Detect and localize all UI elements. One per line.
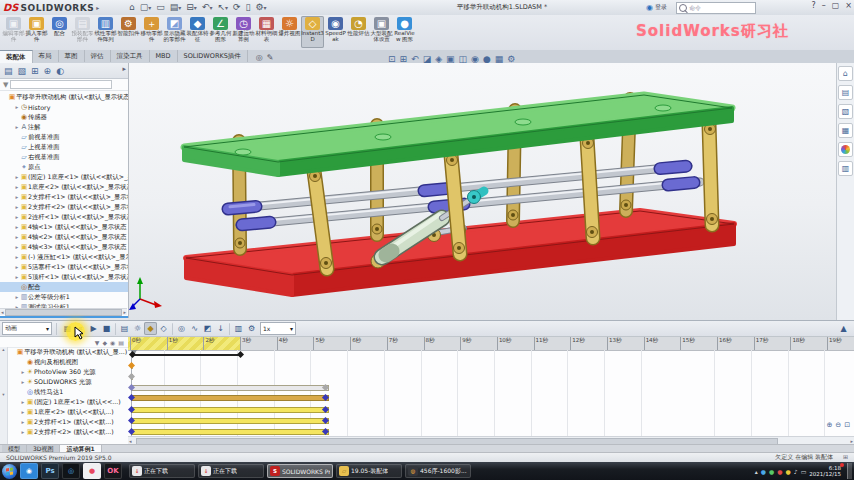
feature-tree-item[interactable]: ▸ ◉ 传感器 xyxy=(0,112,128,122)
timeline-zoom-icon[interactable]: ⊡ xyxy=(844,421,850,429)
help-button[interactable]: ? xyxy=(811,1,815,10)
pinned-app-button[interactable]: ◎ xyxy=(62,463,80,479)
command-search-box[interactable]: 命令 xyxy=(676,2,756,14)
heads-up-button[interactable]: ◉ xyxy=(471,54,479,64)
change-bar[interactable] xyxy=(131,395,329,401)
quick-toolbar-button[interactable]: ▭ xyxy=(155,1,166,13)
quick-toolbar-button[interactable]: ↖▾ xyxy=(216,1,229,13)
ribbon-button[interactable]: ▣ 插入零部件 xyxy=(25,16,48,48)
timeline-row[interactable] xyxy=(128,384,854,392)
ribbon-button[interactable]: ▥ 线性零部件阵列 xyxy=(94,16,117,48)
duration-key-point[interactable] xyxy=(237,351,244,358)
assembly-model[interactable] xyxy=(128,63,836,320)
ribbon-button[interactable]: ▣ 编辑零部件 xyxy=(2,16,25,48)
ribbon-button[interactable]: ◆ 装配体特征 xyxy=(186,16,209,48)
study-tab[interactable]: 模型 xyxy=(2,445,27,452)
quick-toolbar-button[interactable]: ▯ xyxy=(245,1,252,13)
feature-tree-item[interactable]: ▸ ▣ (固定) 1底座<1> (默认<<默认>_显示状态 1>) xyxy=(0,172,128,182)
ribbon-button[interactable]: ◎ 配合 xyxy=(48,16,71,48)
ribbon-button[interactable]: ☼ 爆炸视图 xyxy=(278,16,301,48)
close-button[interactable]: × xyxy=(845,1,852,10)
pinned-app-button[interactable]: OK xyxy=(104,463,122,479)
panel-tab-icon[interactable]: ⊕ xyxy=(44,66,52,76)
motion-tree-scrollbar[interactable]: ▴▾ xyxy=(0,347,8,444)
ribbon-button[interactable]: ▣ 大型装配体设置 xyxy=(370,16,393,48)
ribbon-tab[interactable]: SOLIDWORKS插件 xyxy=(178,50,248,62)
filter-input[interactable] xyxy=(10,80,112,89)
heads-up-button[interactable]: ⊡ xyxy=(388,54,396,64)
ribbon-tab[interactable]: 草图 xyxy=(59,50,85,62)
motion-toolbar-button[interactable]: ◇ xyxy=(157,322,170,335)
tray-icon[interactable]: ● xyxy=(769,468,774,475)
feature-tree-item[interactable]: ▸ ▣ 1底座<2> (默认<<默认>_显示状态 1>) xyxy=(0,182,128,192)
panel-tab-icon[interactable]: ▤ xyxy=(4,66,13,76)
feature-tree-item[interactable]: ▸ ◷ History xyxy=(0,102,128,112)
feature-tree-item[interactable]: ▸ ⌖ 原点 xyxy=(0,162,128,172)
ribbon-button[interactable]: ▦ 材料明细表 xyxy=(255,16,278,48)
taskbar-task-button[interactable]: S SOLIDWORKS Pr... xyxy=(267,464,333,478)
tray-icon[interactable]: ● xyxy=(777,468,782,475)
motion-tree-item[interactable]: ▸ ▣ 1底座<2> (默认<<默认...) xyxy=(8,407,128,417)
ribbon-button[interactable]: ▤ 预装配零部件 xyxy=(71,16,94,48)
tray-icon[interactable]: ♪ xyxy=(794,468,798,475)
heads-up-button[interactable]: ↶ xyxy=(411,54,419,64)
timeline-row[interactable] xyxy=(128,362,854,370)
ribbon-button[interactable]: ● RealView 图形 xyxy=(393,16,416,48)
timeline-ruler[interactable]: 0秒1秒2秒3秒4秒5秒6秒7秒8秒9秒10秒11秒12秒13秒14秒15秒16… xyxy=(128,337,854,351)
task-pane-button[interactable]: ▦ xyxy=(838,123,853,138)
panel-splitter[interactable] xyxy=(0,316,128,318)
timeline-zoom-icon[interactable]: ⊕ xyxy=(826,421,832,429)
start-button[interactable] xyxy=(2,464,17,479)
heads-up-button[interactable]: ◈ xyxy=(435,54,442,64)
feature-tree-item[interactable]: ▸ ▱ 前视基准面 xyxy=(0,132,128,142)
motion-toolbar-button[interactable]: ◩ xyxy=(201,322,214,335)
feature-tree-item[interactable]: ▸ ▣ 4轴<2> (默认<<默认>_显示状态 1>) xyxy=(0,232,128,242)
heads-up-button[interactable]: ⊞ xyxy=(400,54,408,64)
timeline-row[interactable] xyxy=(128,406,854,414)
feature-tree-item[interactable]: ▸ ▣ 平移举升联动机构 (默认<默认_显示状态-1>) xyxy=(0,92,128,102)
task-pane-button[interactable]: ▤ xyxy=(838,85,853,100)
feature-tree-item[interactable]: ▸ ▣ 2连杆<1> (默认<<默认>_显示状态 1>) xyxy=(0,212,128,222)
panel-tab-icon[interactable]: ⊞ xyxy=(31,66,39,76)
taskbar-clock[interactable]: 6:18 2021/12/15 xyxy=(809,465,844,478)
filter-icon[interactable]: ▼ xyxy=(3,81,8,89)
playback-speed-dropdown[interactable]: 1x▾ xyxy=(260,322,296,335)
heads-up-button[interactable]: ▦ xyxy=(495,54,504,64)
feature-tree-item[interactable]: ▸ ▱ 上视基准面 xyxy=(0,142,128,152)
feature-tree-item[interactable]: ▸ A 注解 xyxy=(0,122,128,132)
change-bar[interactable] xyxy=(131,418,329,424)
quick-toolbar-button[interactable]: ⚙▾ xyxy=(254,1,267,13)
login-button[interactable]: ◉登录 xyxy=(646,2,670,13)
motion-tree-item[interactable]: ▸ ▣ 2支撑杆<1> (默认<<默...) xyxy=(8,417,128,427)
minimize-button[interactable]: – xyxy=(822,1,826,10)
study-type-dropdown[interactable]: 动画▾ xyxy=(2,322,52,335)
feature-tree-item[interactable]: ▸ ▣ 5顶杆<1> (默认<<默认>_显示状态 1>) xyxy=(0,272,128,282)
motion-tree-item[interactable]: ▸ ◉ 视向及相机视图 xyxy=(8,357,128,367)
ribbon-tab[interactable]: 布局 xyxy=(33,50,59,62)
motion-toolbar-button[interactable] xyxy=(172,323,173,335)
heads-up-button[interactable]: ◪ xyxy=(423,54,432,64)
task-pane-button[interactable]: ▥ xyxy=(838,161,853,176)
motion-toolbar-button[interactable]: ⚙ xyxy=(245,322,258,335)
ribbon-button[interactable]: ◷ 新建运动算例 xyxy=(232,16,255,48)
graphics-viewport[interactable] xyxy=(128,63,836,320)
motion-toolbar-button[interactable]: ◆ xyxy=(144,322,157,335)
feature-tree-item[interactable]: ▸ ▣ 5活塞杆<1> (默认<<默认>_显示状态 1>) xyxy=(0,262,128,272)
timeline-row[interactable] xyxy=(128,394,854,402)
motion-filter-icon[interactable]: ▼ xyxy=(95,339,100,346)
taskbar-task-button[interactable]: ◍ 456序-1600影... xyxy=(405,464,471,478)
motion-toolbar-button[interactable]: ◎ xyxy=(175,322,188,335)
panel-tab-icon[interactable]: ◐ xyxy=(56,66,64,76)
animation-duration-bar[interactable] xyxy=(131,354,239,356)
tray-icon[interactable]: ● xyxy=(786,468,791,475)
motion-filter-icon[interactable]: ▤ xyxy=(118,339,124,346)
pinned-app-button[interactable]: Ps xyxy=(41,463,59,479)
motion-toolbar-button[interactable]: ↓ xyxy=(214,322,227,335)
motion-toolbar-button[interactable] xyxy=(115,323,116,335)
timeline-row[interactable] xyxy=(128,417,854,425)
feature-tree-item[interactable]: ▸ ◎ 配合 xyxy=(0,282,128,292)
heads-up-button[interactable]: ▣ xyxy=(446,54,455,64)
quick-toolbar-button[interactable]: ⌂ xyxy=(128,1,136,13)
motion-toolbar-button[interactable]: ■ xyxy=(100,322,113,335)
motion-filter-icon[interactable]: ◉ xyxy=(110,339,115,346)
